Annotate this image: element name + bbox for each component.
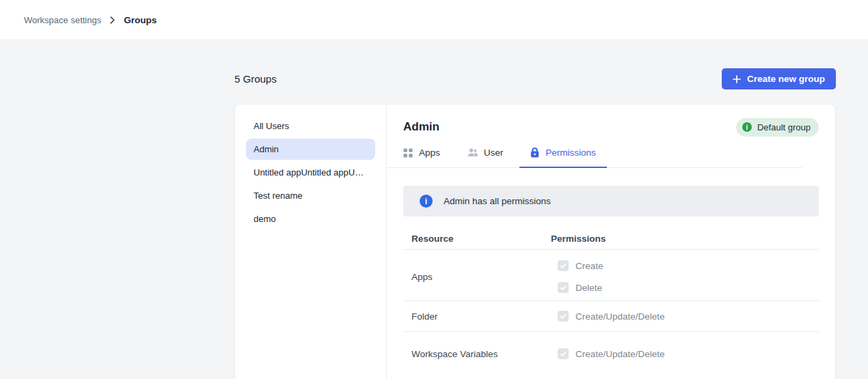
group-item-admin[interactable]: Admin xyxy=(246,139,375,160)
create-new-group-button[interactable]: Create new group xyxy=(722,68,836,89)
plus-icon xyxy=(733,75,741,83)
checkbox-apps-create[interactable] xyxy=(558,260,569,271)
lock-icon xyxy=(530,148,539,158)
checkbox-workspace-variables-cud[interactable] xyxy=(558,348,569,359)
breadcrumb-workspace-settings[interactable]: Workspace settings xyxy=(24,15,101,25)
groups-toolbar: 5 Groups Create new group xyxy=(234,68,836,89)
table-row-apps: Apps Create Delete xyxy=(403,250,819,301)
group-title: Admin xyxy=(403,120,439,134)
default-group-badge: i Default group xyxy=(736,118,819,137)
permissions-table-header: Resource Permissions xyxy=(403,216,819,250)
column-header-permissions: Permissions xyxy=(551,234,606,244)
group-detail-panel: Admin i Default group Apps User xyxy=(387,104,835,379)
resource-label: Folder xyxy=(411,305,551,327)
permission-label: Create/Update/Delete xyxy=(575,349,665,359)
table-row-folder: Folder Create/Update/Delete xyxy=(403,301,819,332)
apps-grid-icon xyxy=(403,148,413,158)
checkbox-folder-cud[interactable] xyxy=(558,311,569,322)
users-icon xyxy=(467,148,478,157)
tab-user[interactable]: User xyxy=(457,144,515,168)
column-header-resource: Resource xyxy=(411,234,551,244)
info-circle-icon: i xyxy=(742,122,752,132)
permission-label: Create xyxy=(575,261,603,271)
chevron-right-icon xyxy=(109,16,116,24)
resource-label: Workspace Variables xyxy=(411,343,551,365)
resource-label: Apps xyxy=(411,255,551,298)
permissions-info-banner: i Admin has all permissions xyxy=(403,186,819,216)
detail-tabs: Apps User Permissions xyxy=(386,144,802,168)
group-item-test-rename[interactable]: Test rename xyxy=(246,185,375,206)
top-bar: Workspace settings Groups xyxy=(0,0,868,40)
info-circle-icon: i xyxy=(420,195,433,208)
tab-apps[interactable]: Apps xyxy=(392,144,451,168)
group-item-all-users[interactable]: All Users xyxy=(246,115,375,137)
breadcrumb-groups: Groups xyxy=(124,15,157,25)
checkbox-apps-delete[interactable] xyxy=(558,282,569,293)
groups-list: All Users Admin Untitled appUntitled app… xyxy=(235,104,387,379)
permission-label: Delete xyxy=(575,283,602,293)
groups-card: All Users Admin Untitled appUntitled app… xyxy=(234,104,836,379)
group-item-untitled-app[interactable]: Untitled appUntitled appUntitle… xyxy=(246,162,375,183)
groups-count: 5 Groups xyxy=(234,73,277,85)
permission-label: Create/Update/Delete xyxy=(575,311,665,322)
tab-permissions[interactable]: Permissions xyxy=(519,144,607,168)
table-row-workspace-variables: Workspace Variables Create/Update/Delete xyxy=(403,332,819,376)
group-item-demo[interactable]: demo xyxy=(246,208,375,229)
